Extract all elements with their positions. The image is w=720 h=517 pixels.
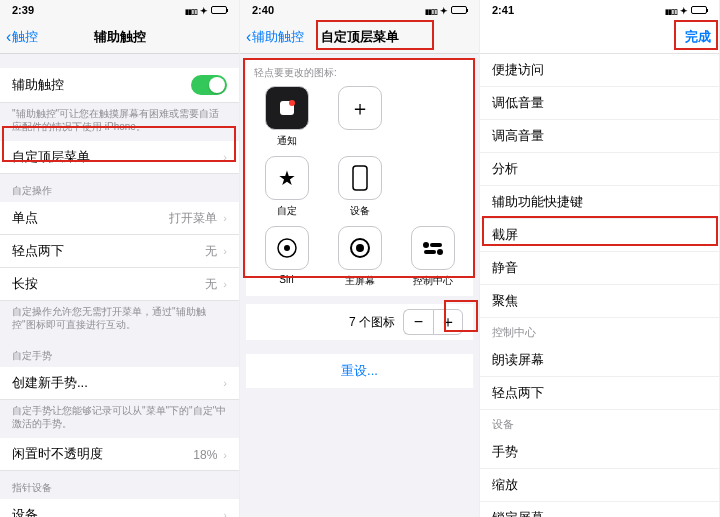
row-create-gesture[interactable]: 创建新手势... ›	[0, 367, 239, 400]
list-item[interactable]: 辅助功能快捷键	[480, 186, 719, 219]
list-item-screenshot[interactable]: 截屏	[480, 219, 719, 252]
chevron-right-icon: ›	[223, 245, 227, 257]
icon-label: 控制中心	[413, 274, 453, 288]
battery-icon	[451, 6, 467, 14]
list-item[interactable]: 调低音量	[480, 87, 719, 120]
icon-label: 主屏幕	[345, 274, 375, 288]
done-button[interactable]: 完成	[685, 20, 711, 54]
row-label: 长按	[12, 275, 38, 293]
svg-rect-8	[430, 243, 442, 247]
status-bar: 2:41	[480, 0, 719, 20]
icon-label: 通知	[277, 134, 297, 148]
list-item[interactable]: 静音	[480, 252, 719, 285]
row-double-tap[interactable]: 轻点两下 无›	[0, 235, 239, 268]
status-icons	[185, 4, 227, 16]
back-button[interactable]: ‹ 触控	[6, 20, 38, 54]
row-value: 打开菜单	[169, 211, 217, 225]
cell-signal-icon	[665, 4, 677, 16]
list-item[interactable]: 轻点两下	[480, 377, 719, 410]
row-assistive-toggle[interactable]: 辅助触控	[0, 68, 239, 103]
icon-cell-home[interactable]: 主屏幕	[338, 226, 382, 288]
chevron-left-icon: ‹	[6, 28, 11, 46]
toggle-switch-icon[interactable]	[191, 75, 227, 95]
row-customize-top-menu[interactable]: 自定顶层菜单 ›	[0, 141, 239, 174]
battery-icon	[691, 6, 707, 14]
gesture-note: 自定手势让您能够记录可以从"菜单"下的"自定"中激活的手势。	[0, 400, 239, 438]
svg-point-7	[423, 242, 429, 248]
row-single-tap[interactable]: 单点 打开菜单›	[0, 202, 239, 235]
plus-icon: ＋	[338, 86, 382, 130]
icon-count-stepper: − ＋	[403, 309, 463, 335]
list-item[interactable]: 便捷访问	[480, 54, 719, 87]
back-button[interactable]: ‹ 辅助触控	[246, 20, 304, 54]
item-label: 调低音量	[492, 94, 544, 112]
list-item[interactable]: 调高音量	[480, 120, 719, 153]
row-value: 无	[205, 277, 217, 291]
action-list: 便捷访问 调低音量 调高音量 分析 辅助功能快捷键 截屏 静音 聚焦 控制中心 …	[480, 54, 719, 517]
svg-point-1	[289, 100, 295, 106]
list-item[interactable]: 分析	[480, 153, 719, 186]
icon-grid-panel: 轻点要更改的图标: 通知 ＋ ★ 自定 设备	[246, 60, 473, 296]
section-header-pointer: 指针设备	[0, 471, 239, 499]
row-value: 无	[205, 244, 217, 258]
icon-cell-notification[interactable]: 通知	[265, 86, 309, 148]
section-header-custom-actions: 自定操作	[0, 174, 239, 202]
icon-cell-siri[interactable]: Siri	[265, 226, 309, 288]
row-devices[interactable]: 设备 ›	[0, 499, 239, 517]
wifi-icon	[200, 4, 208, 16]
done-label: 完成	[685, 28, 711, 46]
item-label: 聚焦	[492, 292, 518, 310]
screen-customize-menu: 2:40 ‹ 辅助触控 自定顶层菜单 轻点要更改的图标: 通知 ＋	[240, 0, 480, 517]
item-label: 截屏	[492, 226, 518, 244]
chevron-right-icon: ›	[223, 509, 227, 517]
list-item[interactable]: 朗读屏幕	[480, 344, 719, 377]
list-item[interactable]: 锁定屏幕	[480, 502, 719, 517]
row-idle-opacity[interactable]: 闲置时不透明度 18%›	[0, 438, 239, 471]
device-icon	[338, 156, 382, 200]
notification-icon	[265, 86, 309, 130]
row-label: 辅助触控	[12, 76, 64, 94]
chevron-right-icon: ›	[223, 151, 227, 163]
icon-cell-custom[interactable]: ★ 自定	[265, 156, 309, 218]
icon-count-row: 7 个图标 − ＋	[246, 304, 473, 340]
status-icons	[665, 4, 707, 16]
icon-label: 自定	[277, 204, 297, 218]
chevron-left-icon: ‹	[246, 28, 251, 46]
row-label: 自定顶层菜单	[12, 148, 90, 166]
stepper-minus-button[interactable]: −	[403, 309, 433, 335]
row-label: 轻点两下	[12, 242, 64, 260]
row-label: 设备	[12, 506, 38, 517]
panel-subtitle: 轻点要更改的图标:	[254, 66, 465, 80]
clock: 2:39	[12, 4, 34, 16]
item-label: 轻点两下	[492, 384, 544, 402]
group-header: 设备	[480, 410, 719, 436]
reset-label: 重设...	[341, 362, 378, 380]
cell-signal-icon	[185, 4, 197, 16]
assistive-note: "辅助触控"可让您在触摸屏幕有困难或需要自适应配件的情况下使用 iPhone。	[0, 103, 239, 141]
nav-bar: ‹ 辅助触控 自定顶层菜单	[240, 20, 479, 54]
icon-cell-control-center[interactable]: 控制中心	[411, 226, 455, 288]
row-label: 闲置时不透明度	[12, 445, 103, 463]
list-item[interactable]: 聚焦	[480, 285, 719, 318]
row-long-press[interactable]: 长按 无›	[0, 268, 239, 301]
row-label: 单点	[12, 209, 38, 227]
stepper-plus-button[interactable]: ＋	[433, 309, 463, 335]
item-label: 便捷访问	[492, 61, 544, 79]
reset-button[interactable]: 重设...	[246, 354, 473, 388]
item-label: 朗读屏幕	[492, 351, 544, 369]
icon-cell-device[interactable]: 设备	[338, 156, 382, 218]
item-label: 分析	[492, 160, 518, 178]
icon-cell-add[interactable]: ＋	[338, 86, 382, 148]
chevron-right-icon: ›	[223, 377, 227, 389]
chevron-right-icon: ›	[223, 449, 227, 461]
item-label: 缩放	[492, 476, 518, 494]
custom-actions-note: 自定操作允许您无需打开菜单，通过"辅助触控"图标即可直接进行互动。	[0, 301, 239, 339]
list-item[interactable]: 缩放	[480, 469, 719, 502]
svg-rect-2	[353, 166, 367, 190]
item-label: 手势	[492, 443, 518, 461]
item-label: 调高音量	[492, 127, 544, 145]
svg-rect-9	[424, 250, 436, 254]
nav-bar: 完成	[480, 20, 719, 54]
status-bar: 2:39	[0, 0, 239, 20]
list-item[interactable]: 手势	[480, 436, 719, 469]
